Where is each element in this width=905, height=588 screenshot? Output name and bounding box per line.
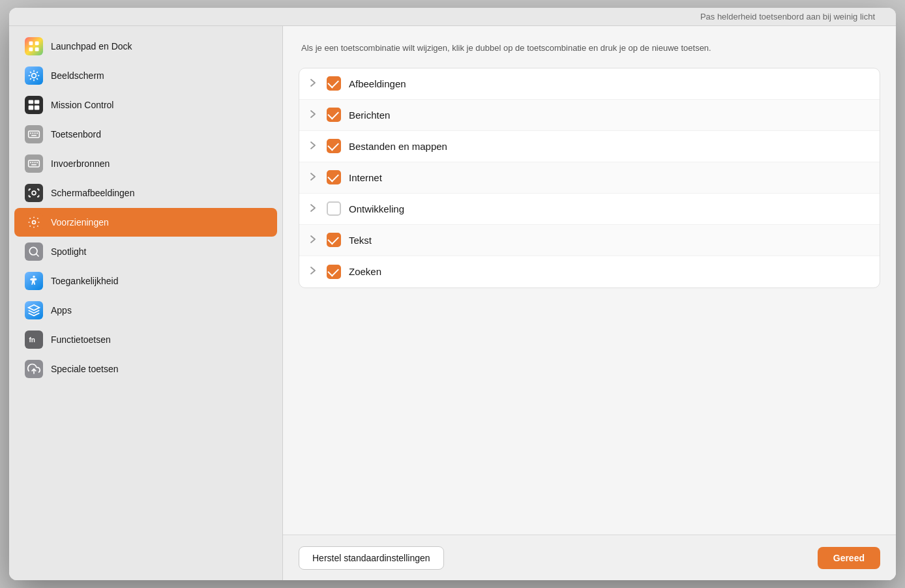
sidebar: Launchpad en DockBeeldschermMission Cont… [9,26,283,580]
done-button[interactable]: Gereed [818,547,880,569]
svg-rect-13 [29,100,34,104]
svg-point-31 [29,247,37,255]
svg-rect-14 [35,100,40,104]
beeldscherm-icon [25,66,43,85]
svg-point-30 [33,221,36,224]
sidebar-item-speciale[interactable]: Speciale toetsen [14,355,277,383]
svg-rect-15 [29,106,34,110]
sidebar-item-voorzieningen[interactable]: Voorzieningen [14,208,277,237]
settings-row-afbeeldingen[interactable]: Afbeeldingen [299,68,880,100]
row-label-ontwikkeling: Ontwikkeling [349,203,869,214]
sidebar-item-mission[interactable]: Mission Control [14,91,277,119]
row-label-berichten: Berichten [349,110,869,121]
sidebar-item-launchpad[interactable]: Launchpad en Dock [14,32,277,61]
content-panel: Als je een toetscombinatie wilt wijzigen… [283,26,896,580]
chevron-icon-berichten [310,110,316,121]
content-inner: Als je een toetscombinatie wilt wijzigen… [283,26,896,535]
functietoetsen-icon: fn [25,331,43,349]
mission-icon [25,96,43,114]
chevron-icon-afbeeldingen [310,78,316,89]
checkbox-berichten[interactable] [327,108,341,122]
sidebar-item-spotlight[interactable]: Spotlight [14,237,277,266]
toetsenbord-icon [25,125,43,143]
sidebar-item-toegankelijkheid[interactable]: Toegankelijkheid [14,267,277,295]
reset-button[interactable]: Herstel standaardinstellingen [299,546,444,570]
checkbox-bestanden[interactable] [327,139,341,153]
main-content: Launchpad en DockBeeldschermMission Cont… [9,26,896,580]
svg-line-10 [37,78,38,80]
svg-rect-23 [29,160,40,167]
chevron-icon-ontwikkeling [310,203,316,214]
svg-rect-0 [29,42,33,46]
chevron-icon-tekst [310,235,316,246]
svg-rect-3 [35,48,39,51]
sidebar-label-launchpad: Launchpad en Dock [51,41,132,51]
sidebar-label-mission: Mission Control [51,100,113,110]
sidebar-label-apps: Apps [51,305,72,316]
svg-point-29 [32,191,36,195]
spotlight-icon [25,243,43,261]
sidebar-item-schermafbeeldingen[interactable]: Schermafbeeldingen [14,179,277,207]
sidebar-label-functietoetsen: Functietoetsen [51,334,111,345]
voorzieningen-icon [25,213,43,231]
checkbox-checked-bestanden [327,139,341,153]
svg-text:fn: fn [29,336,35,344]
sidebar-label-voorzieningen: Voorzieningen [51,217,109,228]
sidebar-label-beeldscherm: Beeldscherm [51,70,104,81]
settings-row-zoeken[interactable]: Zoeken [299,256,880,287]
settings-row-internet[interactable]: Internet [299,162,880,194]
settings-row-berichten[interactable]: Berichten [299,100,880,131]
schermafbeeldingen-icon [25,184,43,202]
svg-line-12 [37,72,38,73]
sidebar-label-schermafbeeldingen: Schermafbeeldingen [51,188,134,198]
svg-rect-16 [35,106,40,110]
svg-rect-1 [35,42,39,46]
checkbox-ontwikkeling[interactable] [327,201,341,216]
info-text: Als je een toetscombinatie wilt wijzigen… [299,42,880,55]
sidebar-label-invoerbronnen: Invoerbronnen [51,158,110,169]
checkbox-checked-internet [327,170,341,184]
checkbox-internet[interactable] [327,170,341,184]
svg-rect-2 [29,48,33,51]
checkbox-zoeken[interactable] [327,265,341,279]
apps-icon [25,301,43,319]
sidebar-item-toetsenbord[interactable]: Toetsenbord [14,120,277,149]
sidebar-item-invoerbronnen[interactable]: Invoerbronnen [14,149,277,178]
checkbox-tekst[interactable] [327,233,341,247]
checkbox-checked-berichten [327,108,341,122]
svg-line-11 [30,78,31,80]
chevron-icon-bestanden [310,141,316,152]
row-label-zoeken: Zoeken [349,266,869,277]
settings-list: AfbeeldingenBerichtenBestanden en mappen… [299,68,880,288]
speciale-icon [25,360,43,378]
settings-row-bestanden[interactable]: Bestanden en mappen [299,131,880,162]
sidebar-label-toetsenbord: Toetsenbord [51,129,101,140]
sidebar-item-apps[interactable]: Apps [14,296,277,325]
chevron-icon-zoeken [310,266,316,277]
row-label-bestanden: Bestanden en mappen [349,141,869,152]
row-label-internet: Internet [349,172,869,183]
svg-point-4 [32,74,37,78]
row-label-afbeeldingen: Afbeeldingen [349,78,869,89]
bottom-bar: Herstel standaardinstellingen Gereed [283,535,896,580]
checkbox-checked-tekst [327,233,341,247]
invoerbronnen-icon [25,154,43,173]
checkbox-afbeeldingen[interactable] [327,76,341,91]
launchpad-icon [25,37,43,55]
svg-line-32 [37,254,39,257]
row-label-tekst: Tekst [349,235,869,246]
svg-point-33 [33,276,35,278]
toegankelijkheid-icon [25,272,43,290]
top-bar: Pas helderheid toetsenbord aan bij weini… [9,8,896,26]
main-window: Pas helderheid toetsenbord aan bij weini… [9,8,896,580]
checkbox-unchecked-ontwikkeling [327,201,341,216]
chevron-icon-internet [310,172,316,183]
settings-row-ontwikkeling[interactable]: Ontwikkeling [299,194,880,225]
top-bar-text: Pas helderheid toetsenbord aan bij weini… [17,12,888,22]
sidebar-item-functietoetsen[interactable]: fnFunctietoetsen [14,325,277,354]
svg-rect-17 [29,131,40,138]
settings-row-tekst[interactable]: Tekst [299,225,880,256]
sidebar-label-speciale: Speciale toetsen [51,364,119,374]
sidebar-label-spotlight: Spotlight [51,246,86,257]
sidebar-item-beeldscherm[interactable]: Beeldscherm [14,61,277,90]
